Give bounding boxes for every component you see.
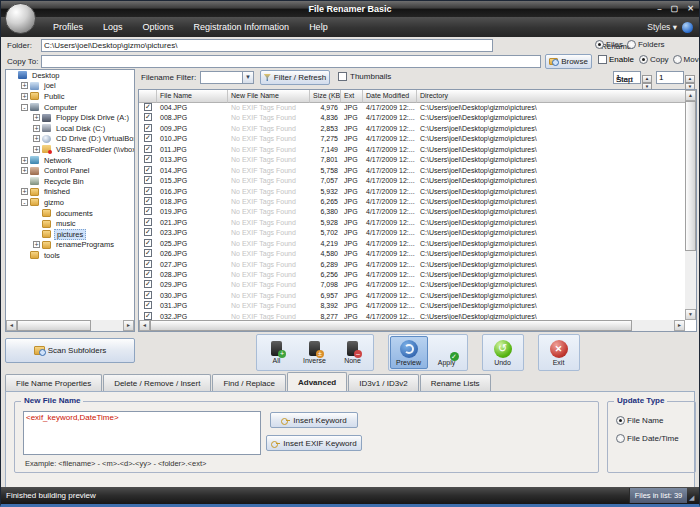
table-row[interactable]: 011.JPGNo EXIF Tags Found7,149JPG4/17/20… [139,145,696,155]
tab-id3v1-id3v2[interactable]: ID3v1 / ID3v2 [348,374,418,391]
table-row[interactable]: 013.JPGNo EXIF Tags Found7,801JPG4/17/20… [139,155,696,165]
enable-checkbox[interactable] [598,55,607,64]
table-row[interactable]: 014.JPGNo EXIF Tags Found5,758JPG4/17/20… [139,166,696,176]
row-checkbox[interactable] [144,166,152,174]
tab-delete-remove-insert[interactable]: Delete / Remove / Insert [103,374,211,391]
expand-icon[interactable]: + [33,125,40,132]
exit-button[interactable]: Exit [540,336,578,369]
copymode-radio-move[interactable] [673,55,682,64]
column-header-file-name[interactable]: File Name [157,90,228,103]
scroll-down-icon[interactable]: ▼ [685,309,696,320]
table-row[interactable]: 009.JPGNo EXIF Tags Found2,853JPG4/17/20… [139,124,696,134]
column-header-size-kb[interactable]: Size (KB) [310,90,341,103]
row-checkbox[interactable] [144,239,152,247]
table-row[interactable]: 008.JPGNo EXIF Tags Found4,836JPG4/17/20… [139,113,696,123]
insert-keyword-button[interactable]: Insert Keyword [270,412,358,428]
pattern-input[interactable]: <exif_keyword,DateTime> [23,411,261,455]
row-checkbox[interactable] [144,218,152,226]
table-row[interactable]: 018.JPGNo EXIF Tags Found6,265JPG4/17/20… [139,197,696,207]
column-header-directory[interactable]: Directory [417,90,696,103]
tree-item-control-panel[interactable]: +Control Panel [6,165,134,176]
row-checkbox[interactable] [144,155,152,163]
scroll-left-icon[interactable]: ◄ [139,320,150,331]
table-row[interactable]: 027.JPGNo EXIF Tags Found6,289JPG4/17/20… [139,260,696,270]
row-checkbox[interactable] [144,103,152,111]
undo-button[interactable]: Undo [484,336,522,369]
tree-item-gizmo[interactable]: -gizmo [6,197,134,208]
table-row[interactable]: 025.JPGNo EXIF Tags Found4,219JPG4/17/20… [139,239,696,249]
row-checkbox[interactable] [144,124,152,132]
column-header-ext[interactable]: Ext [341,90,363,103]
scroll-right-icon[interactable]: ► [123,320,134,331]
row-checkbox[interactable] [144,134,152,142]
expand-icon[interactable]: + [21,188,28,195]
tree-item-recycle-bin[interactable]: Recycle Bin [6,176,134,187]
table-row[interactable]: 010.JPGNo EXIF Tags Found7,275JPG4/17/20… [139,134,696,144]
tree-item-documents[interactable]: documents [6,208,134,219]
table-row[interactable]: 028.JPGNo EXIF Tags Found6,256JPG4/17/20… [139,270,696,280]
row-checkbox[interactable] [144,145,152,153]
tree-item-renameprograms[interactable]: +renamePrograms [6,240,134,251]
step-input[interactable] [656,71,684,84]
thumbnails-checkbox[interactable] [338,72,347,81]
tree-item-cd-drive-d-virtualbox-guest[interactable]: +CD Drive (D:) VirtualBox Guest [6,134,134,145]
tree-item-public[interactable]: +Public [6,91,134,102]
folder-input[interactable] [41,39,493,52]
start-stepper[interactable]: ▲▼ [642,75,652,88]
table-row[interactable]: 004.JPGNo EXIF Tags Found4,976JPG4/17/20… [139,103,696,113]
styles-menu[interactable]: Styles ▾ [647,22,677,32]
scan-subfolders-button[interactable]: Scan Subfolders [5,338,135,363]
table-row[interactable]: 031.JPGNo EXIF Tags Found8,392JPG4/17/20… [139,301,696,311]
tree-item-computer[interactable]: -Computer [6,102,134,113]
tree-item-pictures[interactable]: pictures [6,229,134,240]
tree-item-finished[interactable]: +finished [6,187,134,198]
table-horizontal-scrollbar[interactable]: ◄ ► [139,320,685,331]
tab-file-name-properties[interactable]: File Name Properties [5,374,102,391]
scroll-up-icon[interactable]: ▲ [685,90,696,101]
close-icon[interactable]: ✕ [687,5,694,13]
collapse-icon[interactable]: - [21,104,28,111]
table-hscroll-thumb[interactable] [150,320,632,331]
table-row[interactable]: 019.JPGNo EXIF Tags Found6,380JPG4/17/20… [139,207,696,217]
tree-item-music[interactable]: music [6,218,134,229]
row-checkbox[interactable] [144,228,152,236]
menu-item-help[interactable]: Help [299,17,338,37]
row-checkbox[interactable] [144,270,152,278]
filename-filter-combo[interactable]: ▼ [200,71,254,84]
rename-radio-files[interactable] [595,40,604,49]
column-header-select[interactable] [139,90,157,103]
select-inverse-button[interactable]: Inverse [296,336,334,369]
copymode-radio-copy[interactable] [639,55,648,64]
tab-rename-lists[interactable]: Rename Lists [420,374,491,391]
row-checkbox[interactable] [144,176,152,184]
tree-item-desktop[interactable]: Desktop [6,70,134,81]
expand-icon[interactable]: + [21,93,28,100]
expand-icon[interactable]: + [33,114,40,121]
menu-item-logs[interactable]: Logs [93,17,133,37]
insert-exif-keyword-button[interactable]: Insert EXIF Keyword [266,435,362,451]
row-checkbox[interactable] [144,260,152,268]
apply-button[interactable]: Apply [428,336,466,369]
row-checkbox[interactable] [144,312,152,320]
row-checkbox[interactable] [144,187,152,195]
menu-item-options[interactable]: Options [133,17,184,37]
tree-item-network[interactable]: +Network [6,155,134,166]
expand-icon[interactable]: + [33,241,40,248]
tree-item-tools[interactable]: tools [6,250,134,261]
scroll-left-icon[interactable]: ◄ [6,320,17,331]
select-all-button[interactable]: All [258,336,296,369]
collapse-icon[interactable]: - [21,199,28,206]
tree-item-local-disk-c[interactable]: +Local Disk (C:) [6,123,134,134]
tree-horizontal-scrollbar[interactable]: ◄ ► [6,320,134,331]
table-vertical-scrollbar[interactable]: ▲ ▼ [685,90,696,320]
row-checkbox[interactable] [144,207,152,215]
select-none-button[interactable]: None [334,336,372,369]
expand-icon[interactable]: + [21,167,28,174]
scroll-right-icon[interactable]: ► [674,320,685,331]
expand-icon[interactable]: + [21,157,28,164]
minimize-icon[interactable]: – [657,5,661,13]
tree-item-vbsharedfolder-vboxsvr-z[interactable]: +VBSharedFolder (\\vboxsvr) (z [6,144,134,155]
table-row[interactable]: 016.JPGNo EXIF Tags Found5,932JPG4/17/20… [139,187,696,197]
tree-item-joel[interactable]: +joel [6,81,134,92]
column-header-new-file-name[interactable]: New File Name [228,90,310,103]
